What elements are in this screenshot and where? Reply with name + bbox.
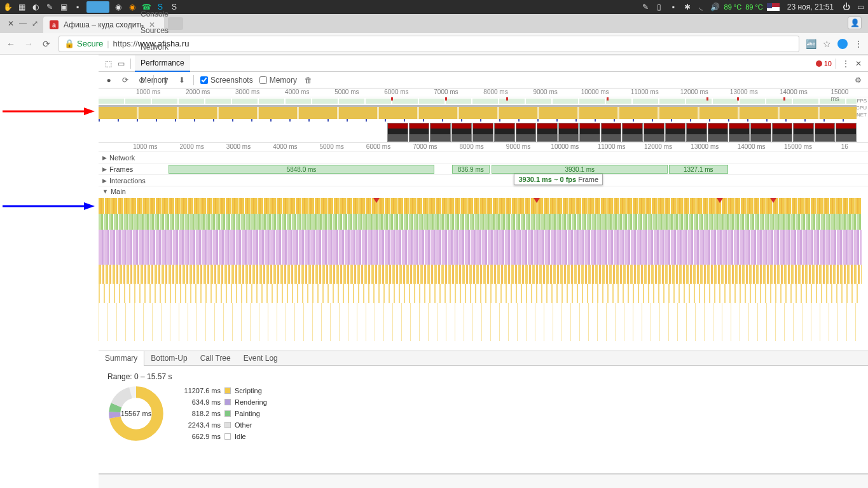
secure-indicator[interactable]: 🔒 Secure — [64, 39, 103, 48]
frames-track[interactable]: ▶Frames 5848.0 ms836.9 ms3930.1 ms1327.1… — [99, 164, 868, 175]
close-icon[interactable]: ✕ — [8, 19, 14, 28]
summary-tab-event-log[interactable]: Event Log — [237, 351, 284, 366]
main-thread-track[interactable]: ▼Main — [99, 186, 868, 351]
overview-net-lane — [99, 119, 857, 122]
record-button[interactable]: ● — [104, 75, 114, 85]
screenshot-thumb[interactable] — [772, 123, 793, 142]
screenshot-thumb[interactable] — [793, 123, 814, 142]
chrome-icon[interactable]: ◉ — [113, 2, 123, 12]
screenshot-thumb[interactable] — [750, 123, 771, 142]
files-icon[interactable]: ▣ — [59, 2, 69, 12]
terminal-icon[interactable]: ▪ — [72, 2, 83, 12]
screenshot-thumb[interactable] — [729, 123, 750, 142]
screenshot-thumb[interactable] — [815, 123, 836, 142]
monitor-icon[interactable]: ▭ — [855, 2, 865, 12]
browser-toolbar: ← → ⟳ 🔒 Secure | https://www.afisha.ru 🔤… — [0, 33, 868, 55]
screenshot-thumb[interactable] — [409, 123, 430, 142]
devtools-tab-network[interactable]: Network — [135, 39, 190, 55]
devtools-tab-console[interactable]: Console — [135, 6, 190, 22]
minimize-icon[interactable]: ― — [19, 19, 27, 28]
calculator-icon[interactable]: ▦ — [17, 2, 27, 12]
start-menu-icon[interactable]: ✋ — [3, 2, 13, 12]
devtools-tab-sources[interactable]: Sources — [135, 22, 190, 39]
flame-chart[interactable] — [99, 198, 862, 351]
power-icon[interactable]: ⏻ — [841, 2, 851, 12]
bluetooth-icon[interactable]: ✱ — [682, 2, 692, 12]
gc-button[interactable]: 🗑 — [303, 75, 313, 85]
inspect-element-icon[interactable]: ⬚ — [102, 58, 114, 69]
screenshot-thumb[interactable] — [472, 123, 493, 142]
screenshot-thumb[interactable] — [558, 123, 579, 142]
annotation-arrow-blue — [3, 200, 95, 213]
favicon-icon: a — [50, 20, 59, 29]
screenshot-thumb[interactable] — [579, 123, 600, 142]
screenshot-thumb[interactable] — [494, 123, 515, 142]
reload-record-button[interactable]: ⟳ — [120, 75, 130, 85]
screenshot-thumb[interactable] — [430, 123, 451, 142]
ruler-tick: 11000 ms — [631, 88, 659, 95]
network-track[interactable]: ▶Network — [99, 152, 868, 164]
interactions-track[interactable]: ▶Interactions 3930.1 ms ~ 0 fps Frame — [99, 175, 868, 186]
screenshot-thumb[interactable] — [516, 123, 537, 142]
clear-button[interactable]: ⊘ — [137, 75, 147, 85]
ruler-tick: 10000 ms — [581, 88, 609, 95]
screenshot-thumb[interactable] — [537, 123, 558, 142]
memory-checkbox[interactable]: Memory — [259, 76, 297, 85]
frame-segment[interactable]: 5848.0 ms — [169, 165, 434, 174]
profile-avatar[interactable]: 👤 — [848, 17, 862, 29]
battery-icon[interactable]: ▯ — [654, 2, 665, 12]
screenshot-thumb[interactable] — [686, 123, 707, 142]
keyboard-layout-flag[interactable] — [767, 3, 780, 11]
devtools-close-icon[interactable]: ✕ — [853, 58, 864, 69]
summary-tab-bottom-up[interactable]: Bottom-Up — [144, 351, 193, 366]
chrome-active-icon[interactable] — [86, 1, 109, 13]
menu-icon[interactable]: ⋮ — [854, 39, 863, 49]
screenshot-thumb[interactable] — [601, 123, 622, 142]
volume-icon[interactable]: 🔊 — [710, 2, 720, 12]
legend-row: 2243.4 msOther — [176, 419, 267, 431]
overview-timeline[interactable]: 1000 ms2000 ms3000 ms4000 ms5000 ms6000 … — [99, 88, 868, 143]
ruler-tick: 3000 ms — [226, 143, 251, 150]
extension-icon[interactable] — [837, 39, 848, 49]
devtools-tab-elements[interactable]: Elements — [135, 0, 190, 6]
reload-button[interactable]: ⟳ — [41, 38, 52, 50]
app-icon[interactable]: ◐ — [31, 2, 41, 12]
wifi-icon[interactable]: ◟ — [696, 2, 706, 12]
screenshot-thumb[interactable] — [708, 123, 729, 142]
clock[interactable]: 23 ноя, 21:51 — [787, 3, 834, 11]
overview-cpu-lane — [99, 105, 857, 119]
screenshot-thumb[interactable] — [665, 123, 686, 142]
translate-icon[interactable]: 🔤 — [806, 39, 816, 49]
summary-tab-call-tree[interactable]: Call Tree — [194, 351, 237, 366]
back-button[interactable]: ← — [5, 38, 17, 50]
frame-segment[interactable]: 836.9 ms — [452, 165, 490, 174]
ruler-tick: 1000 ms — [136, 88, 160, 95]
screenshots-checkbox[interactable]: Screenshots — [200, 76, 253, 85]
frame-segment[interactable]: 1327.1 ms — [669, 165, 729, 174]
devtools-tab-performance[interactable]: Performance — [135, 55, 190, 72]
screenshot-thumb[interactable] — [387, 123, 408, 142]
load-profile-button[interactable]: ⬆ — [160, 75, 170, 85]
devtools-panel: ⬚ ▭ ElementsConsoleSourcesNetworkPerform… — [99, 55, 868, 488]
tray-term-icon[interactable]: ▪ — [668, 2, 679, 12]
maximize-icon[interactable]: ⤢ — [32, 19, 38, 28]
screenshot-thumb[interactable] — [644, 123, 665, 142]
bookmark-star-icon[interactable]: ☆ — [823, 39, 831, 49]
screenshot-thumb[interactable] — [451, 123, 472, 142]
screenshot-thumb[interactable] — [622, 123, 643, 142]
overview-fps-lane — [99, 99, 857, 104]
console-error-badge[interactable]: 10 — [816, 60, 832, 67]
devtools-menu-icon[interactable]: ⋮ — [840, 58, 851, 69]
settings-gear-icon[interactable]: ⚙ — [853, 75, 863, 85]
tablet-icon[interactable]: ✎ — [640, 2, 651, 12]
screenshot-thumb[interactable] — [836, 123, 857, 142]
frame-segment[interactable]: 3930.1 ms — [492, 165, 668, 174]
ruler-tick: 8000 ms — [459, 143, 483, 150]
summary-range: Range: 0 – 15.57 s — [107, 372, 859, 381]
ruler-tick: 12000 ms — [644, 143, 672, 150]
summary-tab-summary[interactable]: Summary — [99, 351, 144, 366]
ruler-tick: 13000 ms — [730, 88, 758, 95]
device-toggle-icon[interactable]: ▭ — [115, 58, 127, 69]
save-profile-button[interactable]: ⬇ — [177, 75, 187, 85]
editor-icon[interactable]: ✎ — [45, 2, 55, 12]
